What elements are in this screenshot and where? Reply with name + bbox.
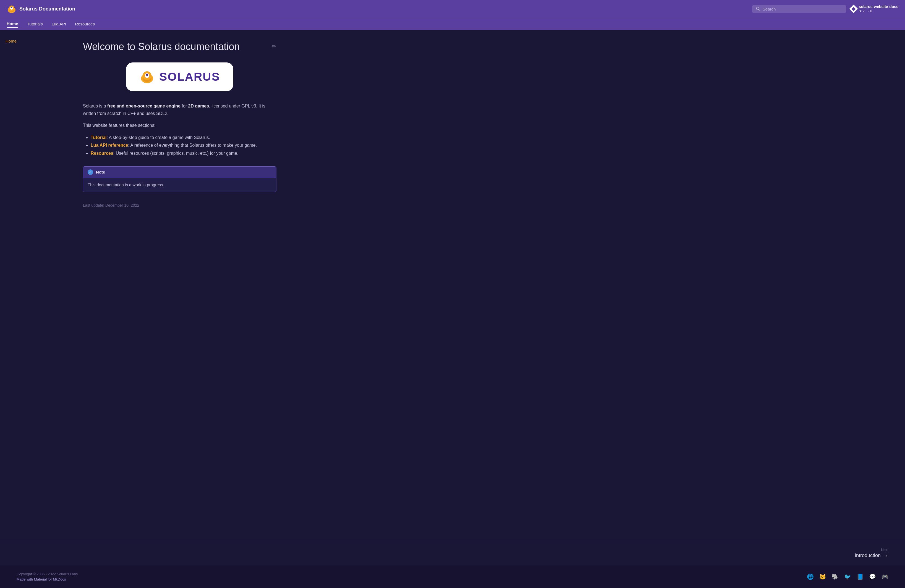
social-twitter-icon[interactable]: 🐦 bbox=[844, 573, 851, 580]
social-github-icon[interactable]: 🐱 bbox=[819, 573, 826, 580]
list-link-2[interactable]: Resources bbox=[90, 151, 113, 155]
nav-lua-api[interactable]: Lua API bbox=[52, 21, 66, 27]
nav-home[interactable]: Home bbox=[6, 20, 18, 28]
desc-bold-1: free and open-source game engine bbox=[107, 104, 181, 108]
social-globe-icon[interactable]: 🌐 bbox=[807, 573, 814, 580]
sidebar: Home bbox=[0, 30, 72, 541]
next-page-title: Introduction bbox=[855, 553, 881, 558]
repo-icon bbox=[849, 5, 858, 13]
list-item: Resources: Useful resources (scripts, gr… bbox=[90, 149, 276, 157]
main-layout: Home Welcome to Solarus documentation ✏ … bbox=[0, 30, 905, 541]
sidebar-item-home[interactable]: Home bbox=[6, 39, 66, 43]
repo-stats: ★ 2 ⑂ 0 bbox=[859, 9, 899, 14]
svg-line-5 bbox=[759, 10, 760, 11]
note-header: ✓ Note bbox=[83, 166, 276, 178]
social-steam-icon[interactable]: 🎮 bbox=[881, 573, 888, 580]
repo-stars: ★ 2 bbox=[859, 9, 865, 14]
list-text-1: : A reference of everything that Solarus… bbox=[128, 143, 257, 147]
nav-tutorials[interactable]: Tutorials bbox=[27, 21, 43, 27]
topbar-title: Solarus Documentation bbox=[19, 6, 75, 12]
social-icons: 🌐 🐱 🐘 🐦 📘 💬 🎮 bbox=[807, 573, 888, 580]
logo-icon bbox=[6, 4, 17, 14]
nav-resources[interactable]: Resources bbox=[75, 21, 95, 27]
search-icon bbox=[756, 6, 761, 11]
note-body: This documentation is a work in progress… bbox=[83, 178, 276, 192]
note-title: Note bbox=[96, 170, 105, 174]
page-title: Welcome to Solarus documentation bbox=[83, 41, 240, 52]
list-link-1[interactable]: Lua API reference bbox=[90, 143, 128, 147]
list-item: Lua API reference: A reference of everyt… bbox=[90, 141, 276, 149]
next-label: Next bbox=[881, 548, 888, 552]
copyright-text: Copyright © 2006 - 2022 Solarus Labs bbox=[17, 572, 78, 576]
logo[interactable]: Solarus Documentation bbox=[6, 4, 75, 14]
list-item: Tutorial: A step-by-step guide to create… bbox=[90, 134, 276, 142]
page-title-row: Welcome to Solarus documentation ✏ bbox=[83, 41, 276, 52]
repo-info[interactable]: solarus-website-docs ★ 2 ⑂ 0 bbox=[851, 4, 899, 14]
repo-name-block: solarus-website-docs ★ 2 ⑂ 0 bbox=[859, 4, 899, 14]
footer-copy: Copyright © 2006 - 2022 Solarus Labs Mad… bbox=[17, 572, 78, 582]
note-body-text: This documentation is a work in progress… bbox=[87, 182, 164, 187]
sections-intro: This website features these sections: bbox=[83, 122, 276, 129]
list-text-0: : A step-by-step guide to create a game … bbox=[106, 135, 210, 140]
main-content: Welcome to Solarus documentation ✏ SOLAR… bbox=[72, 30, 293, 541]
banner-logo-icon bbox=[139, 69, 155, 84]
bottom-footer: Copyright © 2006 - 2022 Solarus Labs Mad… bbox=[0, 565, 905, 588]
next-link[interactable]: Next Introduction → bbox=[855, 548, 888, 559]
svg-point-4 bbox=[756, 7, 759, 10]
logo-banner: SOLARUS bbox=[126, 62, 233, 91]
note-icon: ✓ bbox=[87, 170, 93, 175]
next-page-row: Introduction → bbox=[855, 552, 888, 559]
subnav: Home Tutorials Lua API Resources bbox=[0, 18, 905, 30]
topbar: Solarus Documentation Search solarus-web… bbox=[0, 0, 905, 18]
list-text-2: : Useful resources (scripts, graphics, m… bbox=[113, 151, 238, 155]
next-arrow-icon: → bbox=[883, 552, 888, 559]
description-paragraph: Solarus is a free and open-source game e… bbox=[83, 102, 276, 117]
repo-forks: ⑂ 0 bbox=[867, 9, 872, 14]
list-link-0[interactable]: Tutorial bbox=[90, 135, 106, 140]
desc-text-1: Solarus is a bbox=[83, 104, 107, 108]
edit-icon[interactable]: ✏ bbox=[272, 43, 276, 50]
footer-nav: Next Introduction → bbox=[0, 541, 905, 565]
search-placeholder: Search bbox=[763, 6, 776, 11]
made-with-prefix: Made with bbox=[17, 577, 34, 582]
desc-text-2: for bbox=[181, 104, 188, 108]
note-box: ✓ Note This documentation is a work in p… bbox=[83, 166, 276, 192]
desc-bold-2: 2D games bbox=[188, 104, 209, 108]
made-with-link[interactable]: Material for MkDocs bbox=[34, 577, 66, 582]
repo-name: solarus-website-docs bbox=[859, 4, 899, 9]
last-update: Last update: December 10, 2022 bbox=[83, 203, 276, 208]
search-box[interactable]: Search bbox=[752, 5, 846, 13]
banner-title: SOLARUS bbox=[159, 70, 220, 84]
social-mastodon-icon[interactable]: 🐘 bbox=[832, 573, 839, 580]
social-facebook-icon[interactable]: 📘 bbox=[857, 573, 864, 580]
social-discord-icon[interactable]: 💬 bbox=[869, 573, 876, 580]
made-with-text: Made with Material for MkDocs bbox=[17, 577, 78, 582]
sections-list: Tutorial: A step-by-step guide to create… bbox=[83, 134, 276, 157]
